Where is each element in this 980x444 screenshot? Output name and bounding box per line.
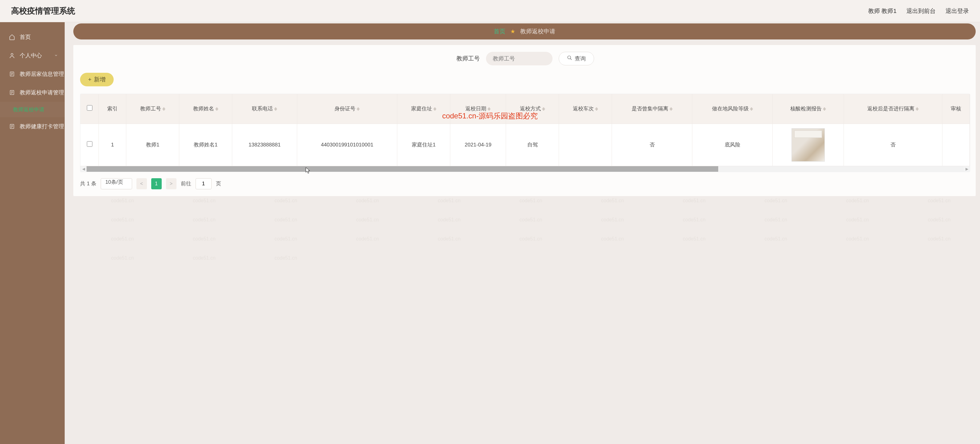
app-title: 高校疫情管理系统 (11, 6, 75, 16)
header-bar: 高校疫情管理系统 教师 教师1 退出到前台 退出登录 (0, 0, 980, 22)
sidebar-item-home[interactable]: 首页 (0, 28, 65, 46)
sort-icon (215, 107, 218, 111)
sort-icon (356, 107, 360, 111)
scroll-right-arrow[interactable]: ▶ (964, 166, 970, 172)
cell-quarantined: 否 (612, 124, 692, 166)
sort-icon (488, 107, 491, 111)
col-return-date[interactable]: 返校日期 (450, 94, 506, 124)
sidebar-item-label: 个人中心 (20, 52, 42, 59)
breadcrumb-home[interactable]: 首页 (494, 27, 505, 35)
cell-index: 1 (99, 124, 126, 166)
goto-page-input[interactable] (196, 178, 212, 189)
report-thumbnail[interactable] (792, 128, 825, 161)
col-phone[interactable]: 联系电话 (232, 94, 297, 124)
search-label: 教师工号 (457, 54, 480, 62)
add-button[interactable]: + 新增 (80, 73, 114, 86)
cell-phone: 138238888​81 (232, 124, 297, 166)
cell-return-date: 2021-04-19 (450, 124, 506, 166)
sidebar-item-return-application[interactable]: 教师返校申请管理 (0, 83, 65, 102)
chevron-down-icon (54, 89, 58, 96)
add-button-label: 新增 (94, 75, 106, 83)
cell-train-no (559, 124, 612, 166)
col-quarantined[interactable]: 是否曾集中隔离 (612, 94, 692, 124)
prev-page-button[interactable]: < (137, 178, 147, 189)
sort-icon (433, 107, 436, 111)
scroll-thumb[interactable] (86, 166, 718, 172)
col-return-method[interactable]: 返校方式 (506, 94, 559, 124)
sort-icon (162, 107, 165, 111)
search-icon (567, 55, 572, 62)
pagination-total: 共 1 条 (80, 180, 96, 187)
sidebar-item-label: 教师居家信息管理 (20, 70, 64, 78)
sidebar-item-personal[interactable]: 个人中心 (0, 46, 65, 65)
page-size-select[interactable]: 10条/页 (101, 178, 132, 189)
col-report[interactable]: 核酸检测报告 (773, 94, 844, 124)
header-checkbox-cell (80, 94, 99, 124)
cell-post-quarantine: 否 (844, 124, 942, 166)
sort-icon (670, 107, 673, 111)
col-teacher-id[interactable]: 教师工号 (126, 94, 179, 124)
col-train-no[interactable]: 返校车次 (559, 94, 612, 124)
cell-idcard: 440300199101010001 (297, 124, 397, 166)
home-icon (9, 34, 15, 40)
col-idcard[interactable]: 身份证号 (297, 94, 397, 124)
user-icon (9, 52, 15, 59)
sort-icon (274, 107, 277, 111)
breadcrumb-current: 教师返校申请 (520, 27, 555, 35)
cell-address: 家庭住址1 (397, 124, 450, 166)
cell-risk-level: 底风险 (692, 124, 773, 166)
search-input[interactable] (486, 52, 552, 65)
cell-teacher-id: 教师1 (126, 124, 179, 166)
svg-point-0 (11, 53, 13, 56)
sort-icon (595, 107, 598, 111)
col-index[interactable]: 索引 (99, 94, 126, 124)
scroll-left-arrow[interactable]: ◀ (80, 166, 86, 172)
sidebar-item-home-info[interactable]: 教师居家信息管理 (0, 65, 65, 83)
col-risk-level[interactable]: 做在地风险等级 (692, 94, 773, 124)
doc-icon (9, 70, 15, 77)
page-suffix: 页 (216, 180, 221, 187)
row-checkbox[interactable] (87, 141, 92, 147)
scroll-track[interactable] (86, 166, 964, 172)
sort-icon (542, 107, 545, 111)
sidebar-subitem-label: 教师返校申请 (13, 106, 45, 113)
sort-icon (823, 107, 826, 111)
sidebar: 首页 个人中心 教师居家信息管理 教 (0, 22, 65, 444)
sidebar-item-health-checkin[interactable]: 教师健康打卡管理 (0, 117, 65, 136)
cell-return-method: 自驾 (506, 124, 559, 166)
sort-icon (916, 107, 919, 111)
doc-icon (9, 123, 15, 130)
plus-icon: + (88, 76, 91, 83)
sidebar-subitem-return-application[interactable]: 教师返校申请 (0, 102, 65, 117)
pagination: 共 1 条 10条/页 < 1 > 前往 页 (80, 178, 970, 189)
col-audit[interactable]: 审核 (942, 94, 970, 124)
cell-report (773, 124, 844, 166)
breadcrumb: 首页 ★ 教师返校申请 (73, 24, 976, 40)
table-row: 1 教师1 教师姓名1 138238888​81 440300199101010… (80, 124, 970, 166)
logout-link[interactable]: 退出登录 (945, 7, 969, 15)
sidebar-item-label: 首页 (20, 33, 31, 41)
col-teacher-name[interactable]: 教师姓名 (179, 94, 232, 124)
svg-point-4 (568, 56, 571, 59)
star-icon: ★ (510, 28, 515, 35)
data-table: 索引 教师工号 教师姓名 联系电话 身份证号 家庭住址 返校日期 返校方式 返校… (80, 94, 970, 166)
select-all-checkbox[interactable] (87, 105, 92, 111)
next-page-button[interactable]: > (166, 178, 177, 189)
horizontal-scrollbar[interactable]: ◀ ▶ (80, 166, 970, 172)
doc-icon (9, 89, 15, 96)
search-button-label: 查询 (575, 55, 586, 62)
col-post-quarantine[interactable]: 返校后是否进行隔离 (844, 94, 942, 124)
table-container: 索引 教师工号 教师姓名 联系电话 身份证号 家庭住址 返校日期 返校方式 返校… (80, 94, 970, 172)
user-label[interactable]: 教师 教师1 (868, 7, 897, 15)
exit-front-link[interactable]: 退出到前台 (907, 7, 935, 15)
col-address[interactable]: 家庭住址 (397, 94, 450, 124)
sort-icon (750, 107, 753, 111)
cell-audit (942, 124, 970, 166)
chevron-down-icon (54, 53, 58, 59)
cell-teacher-name: 教师姓名1 (179, 124, 232, 166)
sidebar-item-label: 教师健康打卡管理 (20, 123, 64, 130)
goto-label: 前往 (181, 180, 191, 187)
search-button[interactable]: 查询 (559, 52, 594, 65)
page-number-button[interactable]: 1 (151, 178, 162, 189)
